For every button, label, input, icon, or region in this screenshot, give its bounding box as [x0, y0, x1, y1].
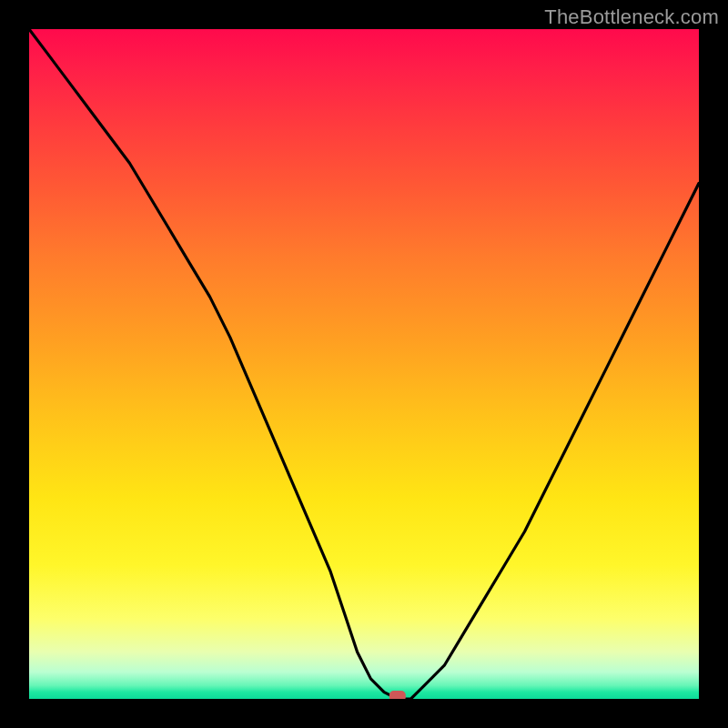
bottleneck-curve [29, 29, 699, 699]
chart-frame: TheBottleneck.com [0, 0, 728, 728]
minimum-marker [389, 691, 406, 699]
watermark-text: TheBottleneck.com [544, 5, 719, 29]
plot-area [29, 29, 699, 699]
curve-svg [29, 29, 699, 699]
